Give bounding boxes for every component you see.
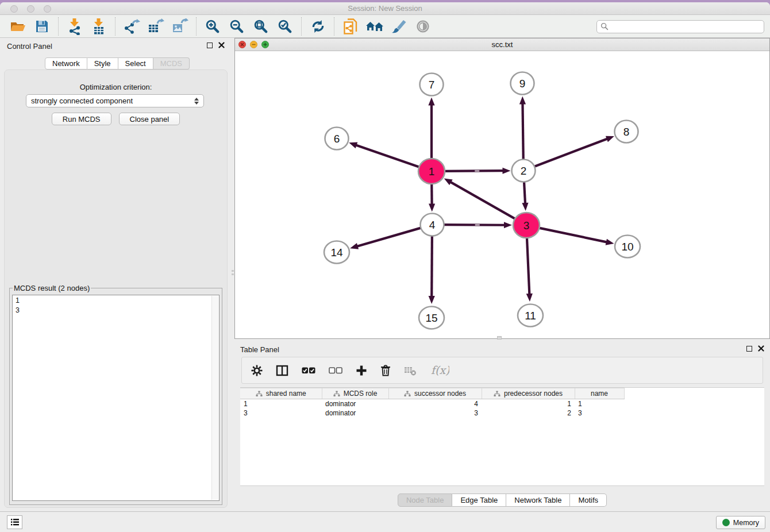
node-table-container: shared nameMCDS rolesuccessor nodesprede… xyxy=(240,387,764,486)
search-box[interactable] xyxy=(596,20,764,33)
cell-successor-nodes[interactable]: 4 xyxy=(388,399,482,408)
mcds-result-box[interactable]: 1 3 xyxy=(12,295,220,501)
apply-style-button[interactable] xyxy=(387,17,411,36)
graph-node-4[interactable]: 4 xyxy=(421,214,444,236)
close-panel-button[interactable]: Close panel xyxy=(119,113,180,125)
column-header-shared-name[interactable]: shared name xyxy=(240,388,322,399)
select-all-columns-button[interactable] xyxy=(302,367,315,375)
result-scrollbar[interactable] xyxy=(211,296,218,500)
graph-node-14[interactable]: 14 xyxy=(324,241,349,264)
app-window: Session: New Session Control Panel Netwo… xyxy=(0,2,770,532)
apply-layout-button[interactable] xyxy=(306,17,330,36)
graph-node-9[interactable]: 9 xyxy=(511,72,534,95)
select-arrows-icon xyxy=(194,98,199,105)
zoom-fit-button[interactable] xyxy=(249,17,273,36)
splitter-handle[interactable] xyxy=(232,270,234,278)
split-columns-button[interactable] xyxy=(276,365,288,376)
edge-4-3[interactable] xyxy=(442,225,505,225)
tab-motifs[interactable]: Motifs xyxy=(570,494,607,507)
zoom-selected-button[interactable] xyxy=(273,17,297,36)
cell-successor-nodes[interactable]: 3 xyxy=(388,408,482,418)
run-mcds-button[interactable]: Run MCDS xyxy=(52,113,111,125)
column-header-name[interactable]: name xyxy=(575,388,624,399)
optimization-criterion-select[interactable]: strongly connected component xyxy=(26,94,204,107)
search-input[interactable] xyxy=(609,22,760,31)
memory-button[interactable]: Memory xyxy=(716,516,765,529)
sort-column-icon xyxy=(256,391,263,397)
tab-select[interactable]: Select xyxy=(118,57,153,70)
tab-mcds[interactable]: MCDS xyxy=(153,57,190,70)
network-window-titlebar[interactable]: scc.txt xyxy=(235,38,769,51)
save-session-button[interactable] xyxy=(30,17,54,36)
graph-node-6[interactable]: 6 xyxy=(325,128,349,150)
open-session-button[interactable] xyxy=(6,17,30,36)
cell-predecessor-nodes[interactable]: 2 xyxy=(482,408,575,418)
tab-network[interactable]: Network xyxy=(45,57,87,70)
tab-style[interactable]: Style xyxy=(87,57,118,70)
close-panel-icon[interactable] xyxy=(218,42,225,48)
export-network-button[interactable] xyxy=(120,17,144,36)
delete-column-button[interactable] xyxy=(380,364,391,376)
float-table-panel-icon[interactable] xyxy=(746,346,752,352)
float-panel-icon[interactable] xyxy=(207,43,213,48)
graph-node-2[interactable]: 2 xyxy=(512,160,536,182)
graph-node-15[interactable]: 15 xyxy=(419,307,444,329)
cell-shared-name[interactable]: 1 xyxy=(240,399,322,408)
edge-arrow-3-11 xyxy=(526,294,533,302)
edge-2-8[interactable] xyxy=(533,138,607,167)
unselect-all-columns-button[interactable] xyxy=(329,367,342,375)
edge-4-14[interactable] xyxy=(357,228,422,246)
import-network-button[interactable] xyxy=(63,17,87,36)
edge-4-15[interactable] xyxy=(432,235,432,297)
column-header-MCDS-role[interactable]: MCDS role xyxy=(322,388,388,399)
edge-3-10[interactable] xyxy=(538,228,607,242)
cell-name[interactable]: 1 xyxy=(575,399,624,408)
list-icon xyxy=(10,518,20,526)
network-canvas[interactable]: 7968124314101511 xyxy=(235,51,769,338)
graph-node-7[interactable]: 7 xyxy=(420,74,444,96)
export-image-button[interactable] xyxy=(168,17,192,36)
split-columns-icon xyxy=(276,365,288,376)
cell-MCDS-role[interactable]: dominator xyxy=(322,399,388,408)
close-table-panel-icon[interactable] xyxy=(758,345,764,352)
edge-1-6[interactable] xyxy=(356,145,421,167)
tab-network-table[interactable]: Network Table xyxy=(506,494,570,507)
copy-network-button[interactable] xyxy=(338,17,363,36)
edge-2-3[interactable] xyxy=(524,181,525,204)
cell-MCDS-role[interactable]: dominator xyxy=(322,408,388,418)
tab-node-table[interactable]: Node Table xyxy=(398,494,453,507)
cell-name[interactable]: 3 xyxy=(575,408,624,418)
column-label: MCDS role xyxy=(344,390,378,398)
add-column-button[interactable] xyxy=(356,365,367,376)
export-table-button[interactable] xyxy=(144,17,168,36)
node-label: 8 xyxy=(623,126,630,138)
graph-node-1[interactable]: 1 xyxy=(418,159,445,184)
table-row[interactable]: 1dominator411 xyxy=(240,399,624,408)
export-network-icon xyxy=(123,18,140,34)
tab-edge-table[interactable]: Edge Table xyxy=(452,494,506,507)
cell-predecessor-nodes[interactable]: 1 xyxy=(482,399,575,408)
graph-node-11[interactable]: 11 xyxy=(518,304,543,327)
first-neighbors-button[interactable] xyxy=(363,17,387,36)
network-resize-handle[interactable] xyxy=(497,336,502,340)
column-header-successor-nodes[interactable]: successor nodes xyxy=(388,388,482,399)
edge-3-1[interactable] xyxy=(450,182,516,219)
task-history-button[interactable] xyxy=(7,515,22,529)
table-row[interactable]: 3dominator323 xyxy=(240,408,624,418)
column-header-predecessor-nodes[interactable]: predecessor nodes xyxy=(482,388,575,399)
graph-node-3[interactable]: 3 xyxy=(513,213,540,238)
column-settings-button[interactable] xyxy=(251,365,263,376)
cell-shared-name[interactable]: 3 xyxy=(240,408,322,418)
edge-1-2[interactable] xyxy=(444,171,504,171)
node-label: 1 xyxy=(429,165,435,178)
edge-2-9[interactable] xyxy=(522,103,523,160)
zoom-in-button[interactable] xyxy=(201,17,225,36)
graph-node-8[interactable]: 8 xyxy=(615,121,638,143)
window-title: Session: New Session xyxy=(0,4,770,13)
edge-3-11[interactable] xyxy=(527,237,529,295)
network-graph: 7968124314101511 xyxy=(235,51,769,338)
function-builder-icon: f(x) xyxy=(430,364,449,377)
graph-node-10[interactable]: 10 xyxy=(615,236,640,258)
import-table-button[interactable] xyxy=(87,17,111,36)
zoom-out-button[interactable] xyxy=(225,17,249,36)
